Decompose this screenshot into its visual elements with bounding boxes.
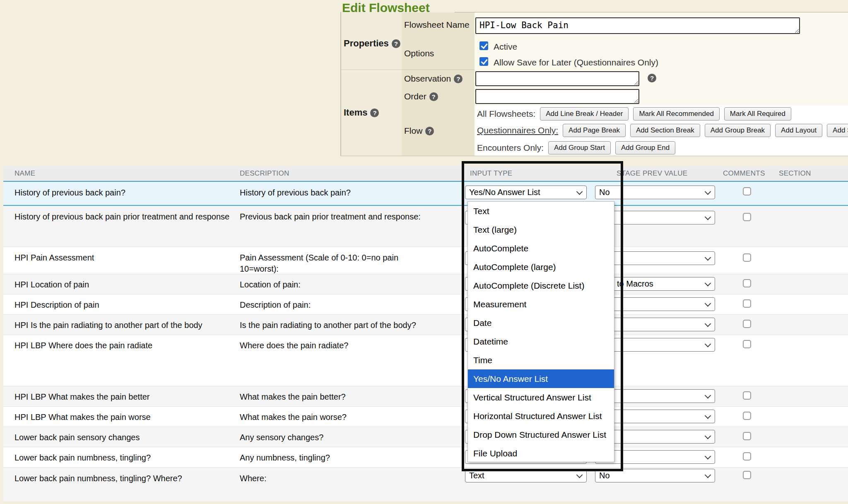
add-layout-button[interactable]: Add Layout [775,124,822,137]
input-type-select[interactable]: Yes/No Answer List [465,186,587,199]
table-row[interactable]: Lower back pain numbness, tingling? Wher… [3,467,848,502]
chevron-down-icon [705,188,711,195]
table-row[interactable]: HPI Description of painDescription of pa… [3,294,848,314]
row-name: Lower back pain numbness, tingling? [14,447,230,463]
comments-checkbox[interactable] [743,412,751,420]
flow-group-label: Encounters Only: [477,143,544,153]
dropdown-option[interactable]: Time [468,351,614,369]
row-name: History of previous back pain? [14,182,230,198]
dropdown-option[interactable]: Vertical Structured Answer List [468,388,614,407]
comments-checkbox[interactable] [743,279,751,287]
comments-checkbox[interactable] [743,471,751,479]
dropdown-option[interactable]: Date [468,313,614,332]
observation-input[interactable] [475,71,639,86]
dropdown-option[interactable]: Text [468,202,614,220]
add-group-break-button[interactable]: Add Group Break [705,124,771,137]
input-type-select[interactable]: Text [465,469,587,482]
table-row[interactable]: Lower back pain sensory changesAny senso… [3,427,848,447]
help-icon[interactable]: ? [429,92,438,101]
dropdown-option[interactable]: Drop Down Structured Answer List [468,425,614,444]
add-page-break-button[interactable]: Add Page Break [563,124,626,137]
dropdown-option[interactable]: File Upload [468,444,614,463]
mark-all-recommended-button[interactable]: Mark All Recommended [633,107,719,121]
row-description: What makes the pain better? [240,386,436,403]
add-scriptlet-button[interactable]: Add Scriptlet [827,124,848,137]
row-description: History of previous back pain? [240,182,436,198]
dropdown-option[interactable]: AutoComplete [468,239,614,258]
selected-value: No [599,188,610,197]
resize-grip-icon[interactable] [633,80,638,85]
order-input[interactable] [475,89,639,104]
dropdown-option[interactable]: Yes/No Answer List [468,369,614,388]
help-icon[interactable]: ? [425,127,434,135]
column-header-comments: COMMENTS [723,169,765,178]
comments-checkbox[interactable] [743,213,751,221]
selected-value: to Macros [617,279,653,289]
help-icon[interactable]: ? [648,74,656,82]
table-row[interactable]: History of previous back pain?History of… [3,181,848,206]
properties-label-text: Properties [344,38,389,49]
comments-checkbox[interactable] [743,187,751,195]
chevron-down-icon [705,453,711,460]
comments-checkbox[interactable] [743,432,751,440]
comments-checkbox[interactable] [743,452,751,461]
comments-checkbox[interactable] [743,253,751,262]
dropdown-option[interactable]: AutoComplete (large) [468,258,614,276]
selected-value: Text [469,471,484,480]
add-group-start-button[interactable]: Add Group Start [548,141,611,154]
row-description: Where: [240,468,436,484]
table-row[interactable]: History of previous back pain prior trea… [3,206,848,246]
add-line-break-header-button[interactable]: Add Line Break / Header [540,107,629,121]
resize-grip-icon[interactable] [633,98,638,103]
row-name: History of previous back pain prior trea… [14,206,230,222]
dropdown-option[interactable]: Text (large) [468,220,614,239]
dropdown-option[interactable]: AutoComplete (Discrete List) [468,276,614,295]
stage-prev-value-select[interactable]: No [595,186,715,199]
comments-checkbox[interactable] [743,391,751,400]
column-header-description: DESCRIPTION [240,169,289,178]
comments-checkbox[interactable] [743,340,751,348]
allow-save-checkbox[interactable] [479,57,488,66]
table-row[interactable]: HPI LBP What makes the pain worseWhat ma… [3,406,848,427]
chevron-down-icon [705,321,711,327]
row-name: Lower back pain numbness, tingling? Wher… [14,468,230,484]
row-name: HPI LBP Where does the pain radiate [14,335,230,351]
flowsheet-name-label: Flowsheet Name [404,20,474,30]
table-row[interactable]: HPI Pain AssessmentPain Assessment (Scal… [3,246,848,274]
row-description: What makes the pain worse? [240,407,436,423]
table-row[interactable]: HPI Is the pain radiating to another par… [3,314,848,335]
dropdown-option[interactable]: Horizontal Structured Answer List [468,407,614,425]
chevron-down-icon [705,214,711,220]
table-row[interactable]: HPI LBP What makes the pain betterWhat m… [3,386,848,406]
add-group-end-button[interactable]: Add Group End [615,141,675,154]
chevron-down-icon [705,392,711,399]
row-name: HPI Location of pain [14,274,230,290]
help-icon[interactable]: ? [392,39,400,48]
order-label: Order ? [404,92,474,101]
add-section-break-button[interactable]: Add Section Break [630,124,700,137]
active-checkbox[interactable] [479,41,488,50]
resize-grip-icon[interactable] [794,28,799,33]
table-row[interactable]: HPI LBP Where does the pain radiateWhere… [3,335,848,386]
dropdown-option[interactable]: Measurement [468,295,614,313]
table-row[interactable]: Lower back pain numbness, tingling?Any n… [3,447,848,467]
mark-all-required-button[interactable]: Mark All Required [724,107,791,121]
row-name: HPI Is the pain radiating to another par… [14,315,230,331]
help-icon[interactable]: ? [454,75,463,83]
chevron-down-icon [705,280,711,287]
comments-checkbox[interactable] [743,320,751,328]
stage-prev-value-select[interactable]: No [595,469,715,482]
dropdown-option[interactable]: Datetime [468,332,614,351]
items-group-label: Items ? [344,107,401,118]
chevron-down-icon [705,341,711,347]
column-header-stage-prev: STAGE PREV VALUE [617,169,687,178]
allow-save-checkbox-label: Allow Save for Later (Questionnaires Onl… [494,58,658,68]
comments-checkbox[interactable] [743,299,751,308]
table-row[interactable]: HPI Location of painLocation of pain: [3,274,848,294]
row-name: HPI Description of pain [14,294,230,311]
selected-value: No [599,471,610,480]
observation-label: Observation ? [404,74,474,84]
help-icon[interactable]: ? [370,109,379,117]
row-description: Pain Assessment (Scale of 0-10: 0=no pai… [240,247,436,275]
flowsheet-name-input[interactable]: HPI-Low Back Pain [475,17,800,34]
